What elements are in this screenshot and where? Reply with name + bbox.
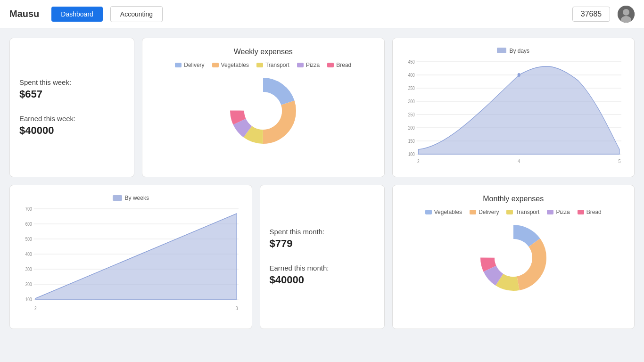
avatar — [618, 6, 635, 23]
by-days-legend-rect — [497, 48, 506, 53]
svg-text:100: 100 — [408, 151, 414, 157]
m-legend-delivery: Delivery — [470, 209, 499, 215]
monthly-donut-chart — [402, 220, 625, 296]
m-vegetables-label: Vegetables — [434, 209, 462, 215]
m-delivery-dot — [470, 210, 476, 214]
svg-text:100: 100 — [25, 296, 32, 302]
monthly-donut-title: Monthly expenses — [402, 195, 625, 203]
svg-text:200: 200 — [408, 125, 414, 131]
earned-week-label: Earned this week: — [19, 115, 124, 123]
score-box: 37685 — [572, 7, 610, 22]
svg-text:450: 450 — [408, 59, 414, 65]
svg-text:150: 150 — [408, 138, 414, 144]
delivery-dot — [175, 63, 182, 67]
weekly-donut-chart — [152, 73, 375, 148]
svg-text:600: 600 — [25, 221, 32, 227]
delivery-label: Delivery — [184, 62, 204, 68]
earned-month-value: $40000 — [270, 274, 375, 286]
spent-month-value: $779 — [270, 238, 375, 250]
m-bread-dot — [578, 210, 584, 214]
svg-text:2: 2 — [417, 158, 419, 164]
vegetables-label: Vegetables — [221, 62, 249, 68]
m-legend-bread: Bread — [578, 209, 602, 215]
weekly-stats-card: Spent this week: $657 Earned this week: … — [9, 38, 134, 177]
logo: Mausu — [9, 8, 39, 19]
m-transport-label: Transport — [515, 209, 539, 215]
m-pizza-label: Pizza — [556, 209, 570, 215]
svg-point-50 — [495, 239, 532, 277]
pizza-dot — [297, 63, 304, 67]
svg-text:3: 3 — [236, 305, 238, 311]
monthly-stats-card: Spent this month: $779 Earned this month… — [260, 185, 385, 329]
transport-dot — [256, 63, 263, 67]
pizza-label: Pizza — [306, 62, 320, 68]
svg-text:2: 2 — [34, 305, 37, 311]
legend-pizza: Pizza — [297, 62, 320, 68]
legend-bread: Bread — [327, 62, 351, 68]
by-weeks-chart: 700 600 500 400 300 200 100 2 3 — [19, 204, 242, 319]
spent-week-value: $657 — [19, 88, 124, 100]
earned-week-value: $40000 — [19, 124, 124, 137]
svg-text:400: 400 — [408, 72, 414, 78]
vegetables-dot — [212, 63, 219, 67]
svg-point-8 — [244, 92, 282, 130]
svg-text:400: 400 — [25, 251, 32, 257]
by-weeks-legend-rect — [113, 195, 122, 201]
by-weeks-legend-label: By weeks — [125, 195, 149, 201]
legend-vegetables: Vegetables — [212, 62, 249, 68]
legend-transport: Transport — [256, 62, 289, 68]
svg-text:300: 300 — [408, 99, 414, 104]
m-legend-transport: Transport — [506, 209, 539, 215]
m-pizza-dot — [547, 210, 553, 214]
legend-delivery: Delivery — [175, 62, 204, 68]
m-transport-dot — [506, 210, 513, 214]
by-days-chart: 450 400 350 300 250 200 150 100 2 4 5 — [402, 57, 625, 167]
svg-text:500: 500 — [25, 236, 32, 242]
m-vegetables-dot — [425, 210, 432, 214]
svg-text:5: 5 — [618, 158, 620, 164]
m-delivery-label: Delivery — [479, 209, 499, 215]
svg-text:4: 4 — [518, 158, 520, 164]
spent-month-label: Spent this month: — [270, 228, 375, 236]
transport-label: Transport — [265, 62, 289, 68]
bread-dot — [327, 63, 334, 67]
weekly-donut-card: Weekly expenses Delivery Vegetables Tran… — [142, 38, 385, 177]
by-days-legend-label: By days — [509, 48, 529, 54]
monthly-donut-card: Monthly expenses Vegetables Delivery Tra… — [392, 185, 635, 329]
by-weeks-card: By weeks 700 600 500 400 300 200 100 — [9, 185, 252, 329]
svg-text:350: 350 — [408, 85, 414, 91]
header: Mausu Dashboard Accounting 37685 — [0, 0, 644, 28]
svg-text:250: 250 — [408, 112, 414, 117]
bread-label: Bread — [336, 62, 351, 68]
by-days-card: By days 450 400 350 300 250 200 150 — [392, 38, 635, 177]
monthly-donut-legend: Vegetables Delivery Transport Pizza Brea… — [402, 209, 625, 215]
svg-text:200: 200 — [25, 281, 32, 287]
svg-text:300: 300 — [25, 266, 32, 272]
dashboard-button[interactable]: Dashboard — [51, 7, 103, 22]
m-bread-label: Bread — [586, 209, 602, 215]
svg-point-28 — [517, 73, 520, 77]
spent-week-label: Spent this week: — [19, 78, 124, 86]
m-legend-vegetables: Vegetables — [425, 209, 462, 215]
weekly-donut-title: Weekly expenses — [152, 48, 375, 56]
m-legend-pizza: Pizza — [547, 209, 570, 215]
svg-point-1 — [623, 9, 629, 16]
accounting-button[interactable]: Accounting — [110, 6, 163, 22]
earned-month-label: Earned this month: — [270, 264, 375, 272]
svg-text:700: 700 — [25, 206, 32, 212]
weekly-donut-legend: Delivery Vegetables Transport Pizza Brea… — [152, 62, 375, 68]
